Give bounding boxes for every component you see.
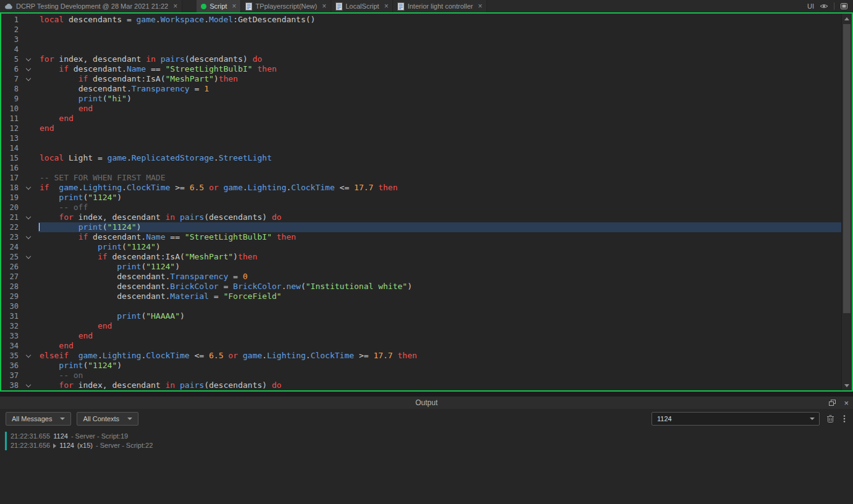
tab-close-icon[interactable]: ×: [232, 2, 236, 10]
code-line-33[interactable]: 33 end: [1, 331, 841, 341]
code-token: [40, 311, 117, 321]
code-line-11[interactable]: 11 end: [1, 114, 841, 124]
output-log-line-1[interactable]: 21:22:31.6551124- Server - Script:19: [11, 432, 853, 441]
fold-toggle[interactable]: [19, 54, 38, 64]
code-line-17[interactable]: 17-- SET FOR WHEN FIRST MADE: [1, 173, 841, 183]
code-token: .: [214, 153, 219, 162]
code-area[interactable]: 1local descendants = game.Workspace.Mode…: [1, 14, 841, 390]
code-text: -- on: [38, 371, 841, 380]
code-line-20[interactable]: 20 -- off: [1, 203, 841, 212]
code-text: print("1124"): [38, 361, 841, 371]
code-line-8[interactable]: 8 descendant.Transparency = 1: [1, 84, 841, 94]
code-line-38[interactable]: 38 for index, descendant in pairs(descen…: [1, 380, 841, 390]
editor-scrollbar[interactable]: [841, 14, 852, 390]
fold-gutter: [19, 133, 38, 143]
code-line-10[interactable]: 10 end: [1, 104, 841, 114]
code-line-24[interactable]: 24 print("1124"): [1, 242, 841, 252]
code-line-27[interactable]: 27 descendant.Transparency = 0: [1, 272, 841, 282]
search-dropdown-chevron-icon[interactable]: [810, 418, 815, 420]
code-line-7[interactable]: 7 if descendant:IsA("MeshPart")then: [1, 74, 841, 84]
line-number: 26: [1, 262, 19, 272]
code-line-3[interactable]: 3: [1, 35, 841, 44]
search-input[interactable]: [652, 415, 810, 422]
code-line-21[interactable]: 21 for index, descendant in pairs(descen…: [1, 212, 841, 222]
code-token: <=: [190, 351, 209, 360]
output-title-bar[interactable]: Output ×: [0, 397, 853, 409]
code-line-5[interactable]: 5for index, descendant in pairs(descenda…: [1, 54, 841, 64]
fold-toggle[interactable]: [19, 232, 38, 242]
code-line-34[interactable]: 34 end: [1, 341, 841, 351]
tab-dcrp-testing-development-28-mar-2021-21-22[interactable]: DCRP Testing Development @ 28 Mar 2021 2…: [0, 0, 182, 12]
tab-close-icon[interactable]: ×: [322, 2, 326, 10]
float-window-icon[interactable]: [827, 400, 838, 406]
code-line-4[interactable]: 4: [1, 44, 841, 54]
code-line-2[interactable]: 2: [1, 25, 841, 35]
scrollbar-thumb[interactable]: [843, 24, 851, 313]
code-token: ReplicatedStorage: [132, 153, 214, 162]
code-line-29[interactable]: 29 descendant.Material = "ForceField": [1, 292, 841, 301]
output-log-line-2[interactable]: 21:22:31.6561124(x15)- Server - Script:2…: [11, 441, 853, 450]
eye-icon[interactable]: [820, 3, 828, 9]
code-line-6[interactable]: 6 if descendant.Name == "StreetLightBulb…: [1, 64, 841, 74]
tab-close-icon[interactable]: ×: [384, 2, 388, 10]
expand-log-icon[interactable]: [53, 443, 56, 448]
code-line-31[interactable]: 31 print("HAAAA"): [1, 311, 841, 321]
code-line-15[interactable]: 15local Light = game.ReplicatedStorage.S…: [1, 153, 841, 163]
code-token: elseif: [40, 351, 69, 360]
code-line-30[interactable]: 30: [1, 301, 841, 311]
code-token: end: [59, 341, 73, 350]
filter-dropdown-all-messages[interactable]: All Messages: [6, 412, 71, 426]
clear-output-button[interactable]: [825, 414, 836, 423]
panel-splitter[interactable]: [0, 392, 853, 397]
line-number: 5: [1, 54, 19, 64]
code-line-14[interactable]: 14: [1, 143, 841, 153]
code-line-36[interactable]: 36 print("1124"): [1, 361, 841, 371]
code-token: [238, 351, 243, 360]
code-line-23[interactable]: 23 if descendant.Name == "StreetLightBul…: [1, 232, 841, 242]
dropdown-label: All Contexts: [83, 415, 119, 422]
close-panel-icon[interactable]: ×: [844, 399, 849, 407]
code-line-18[interactable]: 18if game.Lighting.ClockTime >= 6.5 or g…: [1, 183, 841, 193]
code-line-22[interactable]: 22 print("1124"): [1, 222, 841, 232]
code-line-37[interactable]: 37 -- on: [1, 371, 841, 380]
code-line-12[interactable]: 12end: [1, 124, 841, 133]
code-token: .: [127, 153, 132, 162]
arrow-down-icon: [844, 384, 849, 387]
filter-dropdown-all-contexts[interactable]: All Contexts: [77, 412, 138, 426]
code-line-9[interactable]: 9 print("hi"): [1, 94, 841, 104]
code-line-32[interactable]: 32 end: [1, 321, 841, 331]
code-line-35[interactable]: 35elseif game.Lighting.ClockTime <= 6.5 …: [1, 351, 841, 361]
tab-script[interactable]: Script×: [197, 0, 241, 12]
code-token: -- off: [59, 203, 88, 212]
code-line-28[interactable]: 28 descendant.BrickColor = BrickColor.ne…: [1, 282, 841, 292]
code-line-19[interactable]: 19 print("1124"): [1, 193, 841, 203]
code-token: then: [219, 74, 238, 83]
fold-toggle[interactable]: [19, 74, 38, 84]
code-token: game: [137, 15, 156, 24]
fold-toggle[interactable]: [19, 183, 38, 193]
tab-close-icon[interactable]: ×: [478, 2, 482, 10]
fold-toggle[interactable]: [19, 212, 38, 222]
code-line-1[interactable]: 1local descendants = game.Workspace.Mode…: [1, 15, 841, 25]
tab-localscript[interactable]: LocalScript×: [331, 0, 393, 12]
tab-interior-light-controller[interactable]: Interior light controller×: [393, 0, 487, 12]
scrollbar-up-arrow[interactable]: [842, 14, 852, 23]
tab-label: Script: [210, 2, 227, 10]
fold-toggle[interactable]: [19, 380, 38, 390]
code-line-13[interactable]: 13: [1, 133, 841, 143]
code-token: Light =: [64, 153, 107, 162]
fold-toggle[interactable]: [19, 252, 38, 262]
output-search-box[interactable]: [651, 412, 820, 426]
output-options-kebab-icon[interactable]: [841, 414, 847, 423]
tab-tpplayerscript-new[interactable]: TPplayerscript(New)×: [241, 0, 331, 12]
device-emulation-icon[interactable]: [840, 2, 848, 10]
tab-close-icon[interactable]: ×: [173, 2, 177, 10]
code-line-25[interactable]: 25 if descendant:IsA("MeshPart")then: [1, 252, 841, 262]
code-token: in: [166, 380, 176, 390]
output-log-area: 21:22:31.6551124- Server - Script:1921:2…: [0, 429, 853, 450]
code-line-26[interactable]: 26 print("1124"): [1, 262, 841, 272]
fold-toggle[interactable]: [19, 64, 38, 74]
fold-toggle[interactable]: [19, 351, 38, 361]
scrollbar-down-arrow[interactable]: [842, 380, 852, 390]
code-line-16[interactable]: 16: [1, 163, 841, 173]
